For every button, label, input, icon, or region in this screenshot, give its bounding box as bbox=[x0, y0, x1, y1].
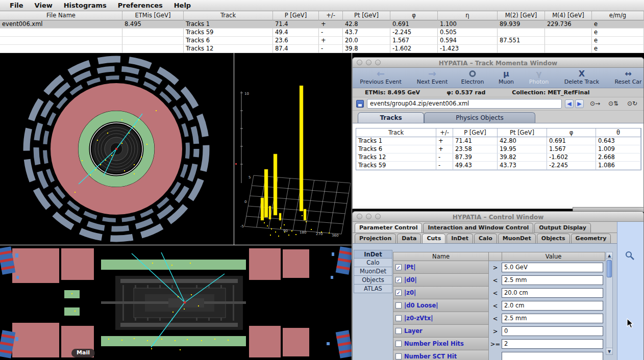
cut-value-field[interactable]: 2.5 mm bbox=[502, 275, 603, 285]
table-cell[interactable]: - bbox=[436, 162, 453, 170]
table-cell[interactable]: 19.95 bbox=[498, 145, 547, 153]
table-cell[interactable]: event006.xml bbox=[0, 20, 122, 29]
table-cell[interactable]: 71.41 bbox=[453, 137, 498, 145]
checkbox[interactable] bbox=[395, 315, 402, 321]
cut-value-field[interactable]: 0 bbox=[502, 326, 603, 336]
table-cell[interactable]: -2.245 bbox=[390, 29, 438, 37]
cut-name-cell[interactable]: |z0-zVtx| bbox=[393, 312, 489, 325]
table-cell[interactable] bbox=[498, 29, 545, 37]
table-cell[interactable]: + bbox=[319, 37, 343, 45]
column-header[interactable]: Track bbox=[184, 11, 273, 20]
table-cell[interactable]: 2.668 bbox=[596, 153, 641, 162]
tab-tracks[interactable]: Tracks bbox=[358, 112, 424, 123]
tab-output-display[interactable]: Output Display bbox=[534, 223, 591, 233]
table-cell[interactable]: 87.4 bbox=[273, 45, 319, 53]
checkbox[interactable]: ✓ bbox=[395, 290, 402, 296]
table-cell[interactable]: + bbox=[436, 137, 453, 145]
lego-plot-viewport[interactable]: 10 90 180 270 360 5 0 -5 bbox=[234, 53, 352, 245]
tab-interaction-window-control[interactable]: Interaction and Window Control bbox=[423, 223, 533, 233]
table-cell[interactable]: 20.0 bbox=[343, 37, 390, 45]
cut-value-field[interactable]: 2.5 mm bbox=[502, 314, 603, 323]
circle-updown-icon[interactable]: ⊙⇅ bbox=[608, 100, 618, 107]
zoom-button[interactable] bbox=[375, 214, 381, 219]
table-cell[interactable]: 71.4 bbox=[273, 20, 319, 29]
tracks-table[interactable]: Track+/-P [GeV]Pt [GeV]φθTracks 1+71.414… bbox=[356, 128, 641, 170]
column-header[interactable]: η bbox=[438, 11, 498, 20]
table-cell[interactable] bbox=[0, 37, 122, 45]
table-cell[interactable]: -2.245 bbox=[547, 162, 596, 170]
table-cell[interactable]: Tracks 6 bbox=[184, 37, 273, 45]
scroll-up-icon[interactable]: ▲ bbox=[606, 252, 612, 259]
table-cell[interactable]: -1.423 bbox=[438, 45, 498, 53]
sidebar-item-indet[interactable]: InDet bbox=[354, 250, 392, 259]
checkbox[interactable]: ✓ bbox=[395, 277, 402, 283]
table-cell[interactable]: 0.643 bbox=[596, 137, 641, 145]
table-cell[interactable]: Tracks 6 bbox=[356, 145, 436, 153]
checkbox[interactable] bbox=[395, 341, 402, 347]
sidebar-item-calo[interactable]: Calo bbox=[354, 259, 392, 267]
circle-refresh-icon[interactable]: ⊙↻ bbox=[627, 100, 637, 107]
table-cell[interactable]: -1.602 bbox=[390, 45, 438, 53]
column-header[interactable]: e/m/g bbox=[592, 11, 644, 20]
column-header[interactable]: M(2) [GeV] bbox=[498, 11, 545, 20]
electron-button[interactable]: Electron bbox=[461, 69, 484, 85]
checkbox[interactable] bbox=[395, 302, 402, 308]
disk-icon[interactable] bbox=[356, 100, 364, 108]
column-header[interactable]: ETMis [GeV] bbox=[122, 11, 184, 20]
table-cell[interactable]: 1.100 bbox=[438, 20, 498, 29]
table-cell[interactable]: 0.691 bbox=[547, 137, 596, 145]
table-cell[interactable]: e bbox=[592, 20, 644, 29]
previous-event-button[interactable]: ← Previous Event bbox=[360, 69, 402, 85]
column-header[interactable]: Track bbox=[356, 128, 436, 137]
close-button[interactable] bbox=[357, 214, 362, 219]
sidebar-item-objects[interactable]: Objects bbox=[354, 276, 392, 285]
table-cell[interactable]: 39.8 bbox=[343, 45, 390, 53]
table-cell[interactable]: 87.39 bbox=[453, 153, 498, 162]
table-cell[interactable] bbox=[498, 45, 545, 53]
tab-calo[interactable]: Calo bbox=[474, 234, 497, 243]
cut-name-cell[interactable]: ✓ |z0| bbox=[393, 287, 489, 299]
table-cell[interactable]: 1.567 bbox=[547, 145, 596, 153]
tab-physics-objects[interactable]: Physics Objects bbox=[424, 112, 535, 123]
table-cell[interactable] bbox=[122, 37, 184, 45]
column-header[interactable]: File Name bbox=[0, 11, 122, 20]
table-cell[interactable]: 0.691 bbox=[390, 20, 438, 29]
checkbox[interactable] bbox=[395, 353, 402, 359]
cut-name-cell[interactable]: |d0 Loose| bbox=[393, 299, 489, 312]
table-cell[interactable]: 0.505 bbox=[438, 29, 498, 37]
sidebar-item-atlas[interactable]: ATLAS bbox=[354, 285, 392, 293]
table-cell[interactable]: 43.73 bbox=[498, 162, 547, 170]
table-cell[interactable]: 1.086 bbox=[596, 162, 641, 170]
cuts-scrollbar[interactable]: ▲ ▼ bbox=[606, 252, 613, 355]
cut-value-field[interactable]: 2.0 cm bbox=[502, 301, 603, 311]
table-cell[interactable]: 42.8 bbox=[343, 20, 390, 29]
next-file-button[interactable]: ▶ bbox=[575, 99, 584, 108]
table-cell[interactable]: 23.58 bbox=[453, 145, 498, 153]
table-cell[interactable]: - bbox=[319, 45, 343, 53]
checkbox[interactable] bbox=[395, 328, 402, 334]
delete-track-button[interactable]: X Delete Track bbox=[564, 69, 599, 85]
value-column-header[interactable]: Value bbox=[502, 252, 605, 261]
table-cell[interactable]: Tracks 1 bbox=[184, 20, 273, 29]
cut-name-cell[interactable]: ✓ |d0| bbox=[393, 274, 489, 287]
table-cell[interactable]: + bbox=[319, 20, 343, 29]
menu-file[interactable]: File bbox=[4, 2, 29, 9]
end-view-viewport[interactable] bbox=[0, 53, 234, 245]
column-header[interactable]: +/- bbox=[436, 128, 453, 137]
table-cell[interactable]: e bbox=[592, 45, 644, 53]
table-cell[interactable]: 229.736 bbox=[545, 20, 592, 29]
table-cell[interactable] bbox=[122, 29, 184, 37]
column-header[interactable]: φ bbox=[390, 11, 438, 20]
table-cell[interactable]: Tracks 59 bbox=[356, 162, 436, 170]
table-cell[interactable]: 43.7 bbox=[343, 29, 390, 37]
table-cell[interactable]: e bbox=[592, 37, 644, 45]
column-header[interactable]: φ bbox=[547, 128, 596, 137]
table-cell[interactable]: 39.82 bbox=[498, 153, 547, 162]
table-cell[interactable]: - bbox=[319, 29, 343, 37]
photon-button[interactable]: γ Photon bbox=[529, 69, 549, 85]
table-cell[interactable]: 1.567 bbox=[390, 37, 438, 45]
tab-geometry[interactable]: Geometry bbox=[571, 234, 611, 243]
muon-button[interactable]: μ Muon bbox=[499, 69, 514, 85]
column-header[interactable]: θ bbox=[596, 128, 641, 137]
menu-help[interactable]: Help bbox=[168, 2, 196, 9]
